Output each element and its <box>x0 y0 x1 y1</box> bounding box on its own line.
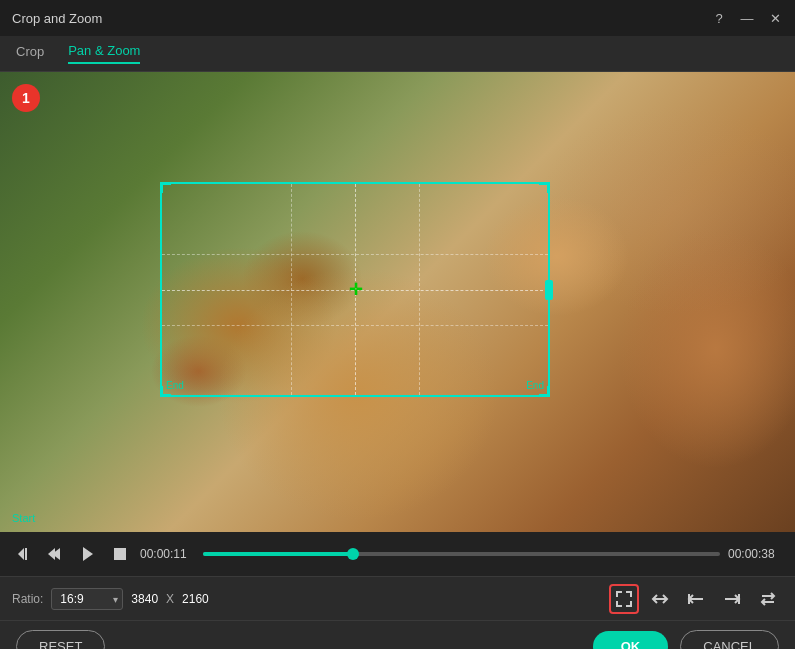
align-left-icon-button[interactable] <box>681 584 711 614</box>
footer-bar: RESET OK CANCEL <box>0 620 795 649</box>
crop-box-inner: ✛ End End <box>162 184 548 395</box>
dimension-width: 3840 <box>131 592 158 606</box>
swap-icon-button[interactable] <box>753 584 783 614</box>
crop-corner-tr[interactable] <box>539 183 549 193</box>
step-back-button[interactable] <box>12 542 36 566</box>
svg-rect-1 <box>25 548 27 560</box>
svg-marker-3 <box>48 548 55 560</box>
align-right-icon-button[interactable] <box>717 584 747 614</box>
video-area: 1 Start ✛ End End <box>0 72 795 532</box>
svg-marker-4 <box>83 547 93 561</box>
progress-fill <box>203 552 353 556</box>
ok-button[interactable]: OK <box>593 631 669 649</box>
tab-pan-zoom[interactable]: Pan & Zoom <box>68 43 140 64</box>
icon-group <box>609 584 783 614</box>
dimension-height: 2160 <box>182 592 209 606</box>
end-label-left: End <box>166 380 184 391</box>
flip-icon-button[interactable] <box>645 584 675 614</box>
total-time: 00:00:38 <box>728 547 783 561</box>
tab-crop[interactable]: Crop <box>16 44 44 63</box>
help-button[interactable]: ? <box>711 10 727 26</box>
end-label-right: End <box>526 380 544 391</box>
svg-rect-5 <box>114 548 126 560</box>
svg-marker-0 <box>18 548 24 560</box>
crop-handle-right[interactable] <box>545 280 553 300</box>
reset-button[interactable]: RESET <box>16 630 105 649</box>
close-button[interactable]: ✕ <box>767 10 783 26</box>
window-controls: ? — ✕ <box>711 10 783 26</box>
ratio-select[interactable]: 16:9 4:3 1:1 9:16 Custom <box>51 588 123 610</box>
crop-corner-tl[interactable] <box>161 183 171 193</box>
current-time: 00:00:11 <box>140 547 195 561</box>
expand-icon-button[interactable] <box>609 584 639 614</box>
crop-center-cross: ✛ <box>345 280 365 300</box>
play-button[interactable] <box>76 542 100 566</box>
ratio-select-wrap[interactable]: 16:9 4:3 1:1 9:16 Custom <box>51 588 123 610</box>
start-label: Start <box>12 512 35 524</box>
progress-thumb[interactable] <box>347 548 359 560</box>
ratio-label: Ratio: <box>12 592 43 606</box>
options-bar: Ratio: 16:9 4:3 1:1 9:16 Custom 3840 X 2… <box>0 576 795 620</box>
frame-badge: 1 <box>12 84 40 112</box>
stop-button[interactable] <box>108 542 132 566</box>
cancel-button[interactable]: CANCEL <box>680 630 779 649</box>
title-bar: Crop and Zoom ? — ✕ <box>0 0 795 36</box>
window-title: Crop and Zoom <box>12 11 102 26</box>
controls-bar: 00:00:11 00:00:38 <box>0 532 795 576</box>
crop-box[interactable]: ✛ End End <box>160 182 550 397</box>
tabs-bar: Crop Pan & Zoom <box>0 36 795 72</box>
dimension-x: X <box>166 592 174 606</box>
progress-bar[interactable] <box>203 552 720 556</box>
prev-frame-button[interactable] <box>44 542 68 566</box>
minimize-button[interactable]: — <box>739 10 755 26</box>
